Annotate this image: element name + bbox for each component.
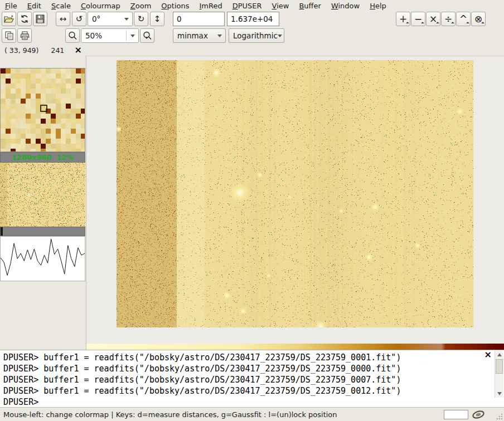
fits-image[interactable]	[117, 60, 473, 327]
zoom-level-select[interactable]: 50%	[81, 28, 139, 43]
separator-tick	[1, 227, 3, 236]
save-button[interactable]	[33, 12, 47, 26]
close-readout-icon[interactable]: ×	[75, 46, 82, 54]
open-folder-icon	[4, 15, 14, 23]
rotate-left-icon: ↺	[76, 14, 83, 24]
math-multiply-button[interactable]: ×	[426, 12, 440, 26]
menu-scale[interactable]: Scale	[46, 1, 76, 11]
console-line: DPUSER> buffer1 = readfits("/bobsky/astr…	[0, 363, 504, 374]
profile-plot	[1, 237, 85, 281]
printer-icon	[20, 31, 30, 40]
qfitsview-window: File Edit Scale Colourmap Zoom Options I…	[0, 0, 504, 421]
chevron-down-icon	[130, 35, 135, 37]
chevron-down-icon	[124, 18, 129, 21]
coordinate-readout: ( 33, 949) 241 ×	[0, 45, 86, 56]
menu-imred[interactable]: ImRed	[194, 1, 227, 11]
menu-edit[interactable]: Edit	[22, 1, 46, 11]
math-add-button[interactable]: +	[396, 12, 410, 26]
zoom-out-icon	[68, 31, 77, 41]
math-divide-button[interactable]: ÷	[441, 12, 455, 26]
status-bar: Mouse-left: change colormap | Keys: d=me…	[0, 407, 504, 421]
menu-colourmap[interactable]: Colourmap	[76, 1, 125, 11]
sidebar: 1280x960 12%	[0, 56, 86, 350]
console-prompt[interactable]: DPUSER>	[0, 396, 504, 408]
rotate-right-button[interactable]: ↻	[134, 12, 148, 26]
math-convolve-button[interactable]: ⊗	[471, 12, 486, 26]
menu-view[interactable]: View	[267, 1, 294, 11]
menu-dpuser[interactable]: DPUSER	[227, 1, 267, 11]
rotate-right-icon: ↻	[138, 14, 145, 24]
close-console-icon[interactable]: ×	[484, 351, 492, 359]
reload-button[interactable]	[17, 12, 32, 26]
pixel-value: 241	[51, 46, 64, 55]
menubar: File Edit Scale Colourmap Zoom Options I…	[0, 0, 504, 11]
image-info-bar: 1280x960 12%	[0, 152, 85, 163]
open-file-button[interactable]	[2, 12, 16, 26]
copy-button[interactable]	[2, 28, 16, 43]
reload-icon	[20, 14, 29, 23]
math-subtract-button[interactable]: −	[411, 12, 425, 26]
flip-vertical-icon: ↕	[154, 14, 161, 24]
rotate-left-button[interactable]: ↺	[72, 12, 86, 26]
scale-function-value: Logarithmic	[233, 31, 278, 40]
menu-zoom[interactable]: Zoom	[125, 1, 156, 11]
rotation-angle-select[interactable]: 0°	[88, 12, 133, 26]
combo-divider	[126, 31, 127, 41]
zoom-level-value: 50%	[85, 31, 102, 40]
scale-min-input[interactable]	[173, 12, 225, 26]
image-display-panel	[86, 56, 504, 350]
scroll-down-icon[interactable]	[495, 390, 504, 398]
zoom-out-button[interactable]	[65, 28, 80, 43]
menu-file[interactable]: File	[0, 1, 22, 11]
scale-mode-select[interactable]: minmax	[173, 28, 226, 43]
separator-bar	[0, 227, 85, 236]
console-scrollbar[interactable]	[495, 351, 503, 398]
magnifier-view	[1, 68, 85, 151]
scale-mode-value: minmax	[177, 31, 208, 40]
scale-max-input[interactable]	[227, 12, 279, 26]
status-hint-text: Mouse-left: change colormap | Keys: d=me…	[3, 410, 337, 419]
menu-window[interactable]: Window	[326, 1, 365, 11]
flip-vertical-button[interactable]: ↕	[150, 12, 164, 26]
status-progress-box	[444, 410, 468, 419]
math-power-button[interactable]: ^	[456, 12, 471, 26]
zoom-in-button[interactable]	[140, 28, 154, 43]
thumbnail-panel[interactable]	[0, 163, 85, 227]
flip-horizontal-icon: ↔	[60, 14, 67, 24]
menu-buffer[interactable]: Buffer	[294, 1, 326, 11]
image-thumbnail	[0, 163, 85, 227]
profile-plot-panel	[0, 236, 85, 281]
console-line: DPUSER> buffer1 = readfits("/bobsky/astr…	[0, 385, 504, 396]
mpe-logo-icon	[472, 409, 485, 420]
image-size-zoom-label: 1280x960 12%	[12, 153, 74, 161]
resize-grip[interactable]	[496, 413, 503, 420]
floppy-save-icon	[36, 14, 45, 23]
console-line: DPUSER> buffer1 = readfits("/bobsky/astr…	[0, 374, 504, 385]
scale-function-select[interactable]: Logarithmic	[229, 28, 284, 43]
copy-icon	[5, 31, 13, 40]
zoom-in-icon	[143, 31, 152, 41]
cursor-position: ( 33, 949)	[4, 46, 38, 55]
print-button[interactable]	[17, 28, 32, 43]
scroll-up-icon[interactable]	[495, 351, 504, 359]
chevron-down-icon	[278, 35, 282, 37]
flip-horizontal-button[interactable]: ↔	[56, 12, 70, 26]
scrollbar-thumb[interactable]	[496, 359, 503, 374]
rotation-angle-value: 0°	[92, 14, 100, 23]
menu-help[interactable]: Help	[365, 1, 391, 11]
console-line: DPUSER> buffer1 = readfits("/bobsky/astr…	[0, 352, 504, 363]
chevron-down-icon	[217, 35, 222, 37]
dpuser-console[interactable]: DPUSER> buffer1 = readfits("/bobsky/astr…	[0, 350, 504, 407]
menu-options[interactable]: Options	[156, 1, 194, 11]
magnifier-panel[interactable]	[0, 68, 85, 152]
